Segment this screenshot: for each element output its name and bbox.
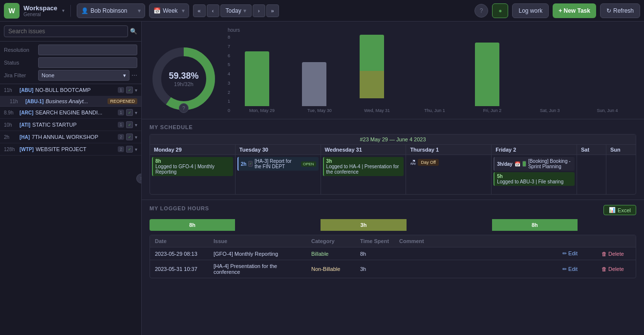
excel-btn[interactable]: 📊 Excel	[603, 205, 636, 215]
new-task-btn[interactable]: + New Task	[553, 3, 596, 18]
sub-hours: 11h	[10, 99, 23, 104]
issue-badge: 2	[118, 134, 124, 140]
event-desc: Logged to ABU-3 | File sharing	[497, 179, 572, 184]
nav-prev-btn[interactable]: ‹	[207, 4, 219, 17]
view-select[interactable]: 📅 Week ▾	[149, 3, 189, 18]
schedule-event[interactable]: 8h Logged to GFO-4 | Monthly Reporting	[152, 157, 233, 176]
issue-item[interactable]: 2h [HA] 7TH ANNUAL WORKSHOP 2 ✓ ▾	[0, 131, 141, 143]
issue-item[interactable]: 8.9h [ARC] SEARCH ENGINE BANDI... 1 ✓ ▾	[0, 107, 141, 119]
edit-btn[interactable]: ✏ Edit	[562, 250, 578, 257]
today-chevron-icon: ▾	[243, 7, 246, 14]
workspace-chevron-icon[interactable]: ▾	[62, 8, 64, 13]
user-select[interactable]: 👤 Bob Robinson ▾	[77, 3, 145, 18]
donut-text: 59.38% 19h/32h	[169, 71, 198, 87]
bar-stack	[245, 35, 279, 106]
bar-stack	[590, 35, 625, 106]
y-tick: 2	[228, 90, 230, 95]
bar-label: Mon, May 29	[249, 108, 275, 113]
nav-last-btn[interactable]: »	[266, 4, 279, 17]
resolution-input[interactable]	[38, 45, 137, 55]
status-input[interactable]	[38, 57, 137, 68]
header: W Workspace General ▾ 👤 Bob Robinson ▾ 📅…	[0, 0, 644, 22]
schedule-day-sat: Sat	[577, 145, 606, 155]
search-input[interactable]	[4, 25, 128, 37]
issue-check[interactable]: ✓	[126, 109, 133, 116]
issue-expand-icon[interactable]: ▾	[135, 122, 137, 128]
day-off-icon: 🏖	[410, 159, 416, 166]
issue-expand-icon[interactable]: ▾	[135, 110, 137, 115]
issue-item[interactable]: 128h [WTP] WEBSITE PROJECT 2 ✓ ▾	[0, 143, 141, 156]
cell-delete[interactable]: 🗑 Delete	[597, 247, 636, 260]
open-badge: OPEN	[301, 161, 316, 167]
billable-badge: Billable	[311, 251, 328, 257]
cell-delete[interactable]: 🗑 Delete	[597, 260, 636, 278]
y-tick: 7	[228, 44, 230, 49]
delete-btn[interactable]: 🗑 Delete	[601, 251, 624, 257]
today-btn[interactable]: Today ▾	[220, 4, 252, 17]
issue-hours: 128h	[4, 147, 18, 152]
issue-expand-icon[interactable]: ▾	[135, 147, 137, 152]
issue-item[interactable]: 11h [ABU] NO-BULL BOOTCAMP 1 ✓ ▾	[0, 84, 141, 96]
bar-segment-green	[245, 51, 269, 106]
issue-check[interactable]: ✓	[126, 134, 133, 140]
filter-more-btn[interactable]: ⋯	[131, 72, 137, 79]
cell-category: Non-Billable	[306, 260, 355, 278]
delete-btn[interactable]: 🗑 Delete	[601, 266, 624, 272]
cell-date: 2023-05-31 10:37	[150, 260, 209, 278]
schedule-event[interactable]: 3h Logged to HA-4 | Presentation for the…	[323, 157, 404, 176]
issue-item[interactable]: 10h [ATI] STATIC STARTUP 1 ✓ ▾	[0, 119, 141, 131]
nav-first-btn[interactable]: «	[193, 4, 206, 17]
excel-label: Excel	[618, 207, 631, 213]
issue-hours: 8.9h	[4, 110, 18, 115]
issue-tag: [ATI]	[20, 122, 30, 128]
edit-btn[interactable]: ✏ Edit	[562, 266, 578, 272]
calendar-icon: 📅	[153, 7, 161, 14]
cell-edit[interactable]: ✏ Edit	[558, 260, 597, 278]
jira-filter-select[interactable]: None ▾	[38, 70, 129, 81]
bar-segment-olive	[360, 71, 384, 98]
schedule-day-mon: Monday 29	[150, 145, 236, 155]
hours-label: hours	[228, 27, 636, 33]
col-time: Time Spent	[355, 235, 394, 247]
issue-tag: [HA]	[20, 134, 30, 140]
view-label: Week	[163, 7, 177, 14]
help-btn[interactable]: ?	[474, 4, 488, 18]
schedule-event[interactable]: 5h Logged to ABU-3 | File sharing	[494, 172, 575, 186]
nav-controls: « ‹ Today ▾ › »	[193, 4, 279, 17]
logged-section: MY LOGGED HOURS 📊 Excel 8h 3h 8h Date	[142, 200, 644, 283]
log-work-label: Log work	[518, 7, 542, 14]
timer-btn[interactable]: ●	[492, 3, 508, 18]
issue-check[interactable]: ✓	[126, 121, 133, 128]
donut-help-btn[interactable]: ?	[179, 103, 189, 113]
issue-tag: [ARC]	[20, 110, 33, 115]
resolution-filter-row: Resolution	[4, 45, 137, 55]
filter-section: Resolution Status Jira Filter None ▾ ⋯	[0, 42, 141, 84]
issue-expand-icon[interactable]: ▾	[135, 134, 137, 140]
issue-expand-icon[interactable]: ▾	[135, 88, 137, 93]
nav-next-btn[interactable]: ›	[253, 4, 265, 17]
log-work-btn[interactable]: Log work	[512, 3, 549, 18]
issue-sub-item[interactable]: 11h [ABU-1] Business Analyt... REOPENED	[0, 96, 141, 107]
logged-header: MY LOGGED HOURS 📊 Excel	[150, 205, 636, 215]
sidebar: 🔍 Resolution Status Jira Filter None ▾ ⋯	[0, 22, 142, 335]
issue-badge: 1	[118, 87, 124, 93]
y-tick: 6	[228, 53, 230, 58]
refresh-btn[interactable]: ↻ Refresh	[600, 3, 640, 18]
schedule-event[interactable]: 3h/day 📅 ✓ [Booking] Booking - Sprint Pl…	[494, 157, 575, 171]
cell-date: 2023-05-29 08:13	[150, 247, 209, 260]
event-header: 3h/day 📅 ✓ [Booking] Booking - Sprint Pl…	[497, 158, 572, 169]
event-desc: Logged to GFO-4 | Monthly Reporting	[155, 164, 231, 175]
cell-comment	[394, 247, 558, 260]
issue-check[interactable]: ✓	[126, 146, 133, 153]
main-content: 59.38% 19h/32h ? hours 8 7 6 5 4	[142, 22, 644, 335]
hours-bar-wed: 3h	[321, 219, 406, 231]
cell-edit[interactable]: ✏ Edit	[558, 247, 597, 260]
resolution-label: Resolution	[4, 47, 38, 53]
event-check-icon: ✓	[248, 161, 252, 167]
bar-label: Thu, Jun 1	[424, 108, 445, 113]
schedule-event[interactable]: 2h ✓ [HA-3] Report for the FIN DEPT OPEN	[237, 157, 319, 171]
today-label: Today	[226, 7, 241, 14]
schedule-days-header: Monday 29 Tuesday 30 Wednesday 31 Thursd…	[150, 145, 636, 155]
issue-name: 7TH ANNUAL WORKSHOP	[32, 134, 116, 140]
issue-check[interactable]: ✓	[126, 87, 133, 93]
